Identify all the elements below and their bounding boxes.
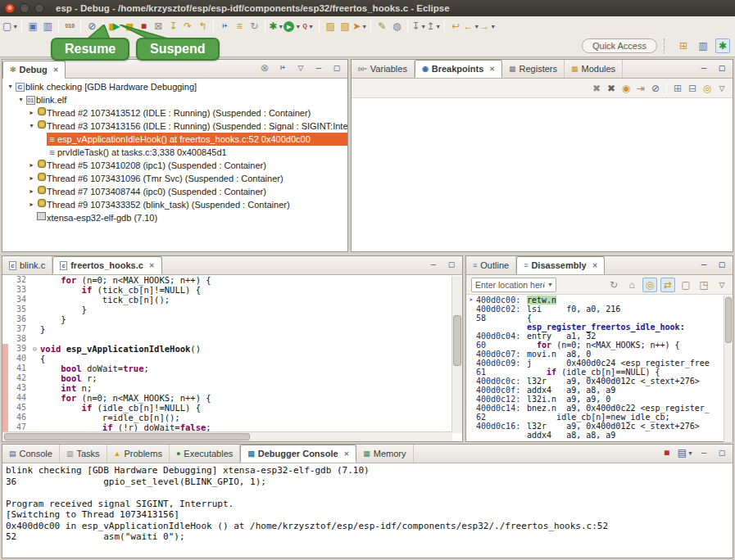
debug-tree-item[interactable]: ▸Thread #7 1073408744 (ipc0) (Suspended … (2, 185, 347, 198)
run-button[interactable]: ▶▼ (284, 19, 301, 34)
code-line[interactable]: 42 bool r; (2, 373, 462, 383)
tree-expander-icon[interactable]: ▾ (16, 93, 25, 106)
code-line[interactable]: 43 int n; (2, 383, 462, 393)
console-tab-executables[interactable]: ●Executables (170, 445, 240, 463)
open-resource-button[interactable]: ▨ (323, 19, 338, 34)
view-menu-button[interactable]: ▽ (715, 81, 729, 96)
tree-expander-icon[interactable]: ▸ (27, 185, 36, 198)
disasm-instruction-line[interactable]: 400d0c04:entry a1, 32 (466, 332, 733, 341)
open-element-button[interactable]: ▧ (338, 19, 352, 34)
dropdown-arrow-icon[interactable]: ▼ (474, 24, 479, 29)
disasm-tab-outline[interactable]: ≡Outline (466, 256, 516, 274)
disasm-tab-disassembly[interactable]: ≡Disassembly✕ (516, 256, 605, 274)
maximize-button[interactable]: ▢ (444, 257, 459, 272)
dropdown-arrow-icon[interactable]: ▼ (420, 24, 426, 29)
refresh-view-button[interactable]: ↻ (606, 278, 621, 292)
disasm-instruction-line[interactable]: 400d0c0c:l32r a9, 0x400d012c <_stext+276… (466, 377, 733, 386)
terminate-console-button[interactable]: ■ (660, 445, 674, 460)
last-edit-location-button[interactable]: ↩ (448, 19, 463, 34)
pin-view-button[interactable]: ◳ (696, 278, 711, 292)
forward-button[interactable]: →▼ (479, 19, 496, 34)
dropdown-arrow-icon[interactable]: ▼ (308, 24, 314, 29)
close-tab-icon[interactable]: ✕ (592, 262, 598, 269)
remove-breakpoint-button[interactable]: ✖ (589, 81, 604, 96)
back-button[interactable]: ←▼ (463, 19, 479, 34)
build-binary-button[interactable]: 010 (62, 19, 77, 34)
step-over-button[interactable]: ↷ (180, 19, 195, 34)
debug-tree-item[interactable]: ▾Cblink checking [GDB Hardware Debugging… (2, 80, 347, 93)
tree-expander-icon[interactable]: ▾ (6, 80, 15, 93)
debug-perspective-button[interactable]: ✱ (715, 38, 730, 53)
editor-vertical-scrollbar[interactable] (451, 276, 462, 433)
disasm-instruction-line[interactable]: 400d0c12:l32i.n a9, a9, 0 (466, 395, 733, 404)
debug-tree-item[interactable]: ▾01blink.elf (2, 93, 347, 106)
bp-tab-variables[interactable]: (x)=Variables (352, 60, 415, 78)
disasm-instruction-line[interactable]: 400d0c0f:addx4 a9, a8, a9 (466, 386, 733, 395)
code-line[interactable]: 41 bool doWait=true; (2, 364, 462, 373)
dropdown-arrow-icon[interactable]: ▼ (490, 24, 496, 29)
console-tab-debugger-console[interactable]: ▤Debugger Console✕ (240, 445, 356, 463)
disasm-instruction-line[interactable]: 400d0c09:j 0x400d0c24 <esp_register_free (466, 359, 733, 368)
view-menu-button[interactable]: ▽ (293, 61, 308, 75)
tree-expander-icon[interactable]: ▾ (27, 120, 36, 133)
debug-tree-item[interactable]: ▸Thread #9 1073433352 (blink_task) (Susp… (2, 198, 347, 211)
new-wizard-button[interactable]: ▢▼ (2, 19, 18, 34)
go-to-file-for-breakpoint-button[interactable]: ⇥ (633, 81, 648, 96)
console-tab-console[interactable]: ▤Console (2, 445, 60, 463)
maximize-view-button[interactable]: ▢ (715, 61, 729, 75)
minimize-window-button[interactable] (20, 3, 29, 13)
globe-button[interactable]: ◍ (389, 19, 404, 34)
disasm-instruction-line[interactable]: 400d0c07:movi.n a8, 0 (466, 350, 733, 359)
disassembly-listing[interactable]: ➤400d0c00:retw.n400d0c02:lsi f0, a0, 216… (466, 295, 733, 441)
show-source-button[interactable]: ⇄ (660, 278, 675, 292)
disasm-instruction-line[interactable]: 400d0c14:bnez.n a9, 0x400d0c22 <esp_regi… (466, 404, 733, 413)
console-tab-memory[interactable]: ▦Memory (356, 445, 413, 463)
code-line[interactable]: 32 for (n=0; n<MAX_HOOKS; n++) { (2, 275, 462, 285)
disasm-label-line[interactable]: esp_register_freertos_idle_hook: (466, 323, 733, 332)
restart-button[interactable]: ↻ (247, 19, 261, 34)
remove-all-terminated-button[interactable]: ⊗ (257, 61, 272, 75)
dropdown-arrow-icon[interactable]: ▼ (278, 24, 284, 29)
code-line[interactable]: 45 if (idle_cb[n]!=NULL) { (2, 403, 462, 413)
tree-expander-icon[interactable]: ▸ (27, 159, 36, 172)
maximize-view-button[interactable]: ▢ (715, 257, 729, 272)
code-editor[interactable]: 32 for (n=0; n<MAX_HOOKS; n++) {33 if (t… (2, 275, 462, 441)
disasm-source-line[interactable]: 61 if (idle_cb[n]==NULL) { (466, 368, 733, 377)
disassembly-scroll-thumb[interactable] (725, 297, 732, 343)
dropdown-arrow-icon[interactable]: ▼ (295, 24, 301, 29)
code-line[interactable]: 34 tick_cb[n](); (2, 295, 462, 305)
instruction-stepping-button[interactable]: i+ (275, 61, 290, 75)
bp-tab-modules[interactable]: ▦Modules (565, 60, 623, 78)
debug-tree-item[interactable]: ▸Thread #2 1073413512 (IDLE : Running) (… (2, 106, 347, 120)
disasm-instruction-line[interactable]: ➤400d0c00:retw.n (466, 296, 733, 305)
dropdown-arrow-icon[interactable]: ▼ (12, 24, 18, 29)
sweep-button[interactable]: ✎ (374, 19, 389, 34)
view-menu-button[interactable]: ▽ (715, 278, 729, 292)
disasm-source-line[interactable]: 58{ (466, 314, 733, 323)
location-input[interactable]: Enter location here (472, 280, 544, 290)
dropdown-arrow-icon[interactable]: ▼ (361, 24, 367, 29)
skip-all-breakpoints-button[interactable]: ⊘ (648, 81, 663, 96)
breakpoints-empty-list[interactable] (352, 98, 733, 251)
debug-tree-item[interactable]: xtensa-esp32-elf-gdb (7.10) (2, 211, 347, 224)
code-line[interactable]: 39⊖void esp_vApplicationIdleHook() (2, 344, 462, 354)
instruction-stepping-button[interactable]: i+ (217, 19, 232, 34)
location-combo[interactable]: Enter location here ▼ (471, 278, 556, 292)
code-line[interactable]: 38 (2, 334, 462, 344)
minimize-button[interactable]: ─ (311, 61, 326, 75)
open-new-view-button[interactable]: ▢ (678, 278, 693, 292)
disasm-source-line[interactable]: 62 idle_cb[n]=new_idle_cb; (466, 413, 733, 422)
debug-tab-debug[interactable]: ✻Debug✕ (2, 61, 66, 79)
tree-expander-icon[interactable]: ▸ (27, 198, 36, 211)
quick-access-button[interactable]: Quick Access (582, 38, 657, 53)
close-tab-icon[interactable]: ✕ (344, 450, 350, 458)
disasm-source-line[interactable]: 60 for (n=0; n<MAX_HOOKS; n++) { (466, 341, 733, 350)
debugger-console-output[interactable]: blink checking [GDB Hardware Debugging] … (2, 463, 733, 544)
close-tab-icon[interactable]: ✕ (489, 65, 495, 73)
close-tab-icon[interactable]: ✕ (149, 262, 155, 269)
save-button[interactable]: ▣ (25, 19, 40, 34)
minimize-view-button[interactable]: ─ (696, 61, 711, 75)
stack-frame-item[interactable]: ≡esp_vApplicationIdleHook() at freertos_… (47, 133, 347, 146)
editor-vscroll-thumb[interactable] (453, 315, 461, 366)
stack-frame-item[interactable]: ≡prvIdleTask() at tasks.c:3,338 0x400845… (2, 146, 347, 159)
